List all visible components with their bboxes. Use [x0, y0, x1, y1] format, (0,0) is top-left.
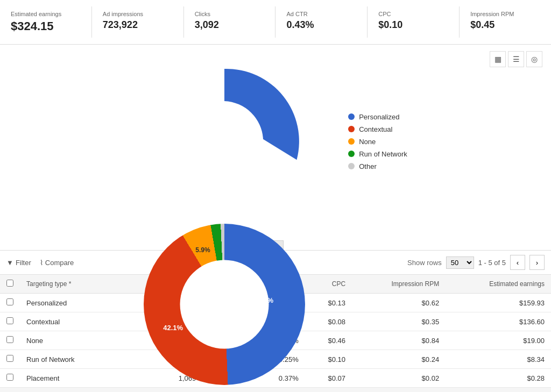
- row-estimated-earnings: $8.34: [446, 350, 551, 369]
- legend-item-none: None: [348, 138, 407, 146]
- chart-label-personalized: 49.3%: [253, 296, 273, 304]
- table-row: Placement 1,069 4 0.37% $0.07 $0.02 $0.2…: [0, 369, 551, 388]
- legend-dot-contextual: [348, 126, 355, 132]
- legend-item-contextual: Contextual: [348, 125, 407, 133]
- filter-label: Filter: [16, 259, 31, 267]
- row-impression-rpm: $0.35: [352, 312, 446, 331]
- chart-toolbar: ▦ ☰ ◎: [490, 51, 542, 67]
- row-targeting-type: None: [20, 331, 115, 350]
- row-estimated-earnings: $0.28: [446, 369, 551, 388]
- metric-value-1: 723,922: [103, 19, 173, 31]
- donut-chart-visual: 49.3% 42.1% 5.9%: [144, 224, 305, 385]
- metric-ad-ctr: Ad CTR 0.43%: [276, 6, 368, 38]
- row-estimated-earnings: $159.93: [446, 294, 551, 312]
- page-info: 1 - 5 of 5: [478, 259, 506, 267]
- row-checkbox-0[interactable]: [6, 298, 13, 305]
- donut-svg: [144, 61, 305, 222]
- filter-button[interactable]: ▼ Filter: [6, 259, 31, 267]
- chart-label-contextual: 42.1%: [163, 324, 183, 332]
- metric-value-2: 3,092: [195, 19, 265, 31]
- row-cpc: $0.10: [305, 350, 352, 369]
- row-targeting-type: Placement: [20, 369, 115, 388]
- compare-label: Compare: [45, 259, 74, 267]
- metric-label-3: Ad CTR: [286, 11, 356, 17]
- legend-dot-run-of-network: [348, 151, 355, 157]
- col-header-targeting-type: Targeting type *: [20, 275, 115, 294]
- row-checkbox-cell[interactable]: [0, 331, 20, 350]
- next-page-button[interactable]: ›: [529, 255, 545, 270]
- row-checkbox-cell[interactable]: [0, 369, 20, 388]
- row-targeting-type: Personalized: [20, 294, 115, 312]
- row-checkbox-2[interactable]: [6, 336, 13, 343]
- legend-dot-other: [348, 163, 355, 169]
- legend-item-run-of-network: Run of Network: [348, 150, 407, 158]
- row-estimated-earnings: $19.00: [446, 331, 551, 350]
- previous-page-button[interactable]: ‹: [510, 255, 525, 270]
- select-all-checkbox[interactable]: [6, 280, 13, 287]
- row-impression-rpm: $0.62: [352, 294, 446, 312]
- compare-icon: ⌇: [40, 259, 43, 267]
- legend-item-other: Other: [348, 162, 407, 170]
- metric-cpc: CPC $0.10: [368, 6, 460, 38]
- legend-label-other: Other: [359, 162, 377, 170]
- row-checkbox-1[interactable]: [6, 317, 13, 324]
- metric-ad-impressions: Ad impressions 723,922: [92, 6, 184, 38]
- legend-dot-personalized: [348, 113, 355, 120]
- chart-area: ▦ ☰ ◎ 49.3% 42.1% 5.9%: [0, 45, 551, 238]
- legend-item-personalized: Personalized: [348, 113, 407, 121]
- legend-label-none: None: [359, 138, 376, 146]
- row-checkbox-cell[interactable]: [0, 294, 20, 312]
- show-rows-label: Show rows: [407, 259, 442, 267]
- legend-label-personalized: Personalized: [359, 113, 399, 121]
- compare-button[interactable]: ⌇ Compare: [40, 259, 74, 267]
- rows-per-page-select[interactable]: 50 25 100: [446, 256, 474, 269]
- metric-label-5: Impression RPM: [470, 11, 540, 17]
- row-cpc: $0.08: [305, 312, 352, 331]
- row-checkbox-3[interactable]: [6, 355, 13, 362]
- row-targeting-type: Run of Network: [20, 350, 115, 369]
- filter-icon: ▼: [6, 259, 13, 267]
- pagination-controls: Show rows 50 25 100 1 - 5 of 5 ‹ ›: [407, 255, 545, 270]
- chart-label-none: 5.9%: [195, 246, 210, 254]
- metric-value-0: $324.15: [11, 19, 81, 33]
- metric-value-3: 0.43%: [286, 19, 356, 31]
- metric-impression-rpm: Impression RPM $0.45: [460, 6, 551, 38]
- metric-label-0: Estimated earnings: [11, 11, 81, 17]
- chart-type-list-button[interactable]: ☰: [508, 51, 524, 67]
- col-header-impression-rpm: Impression RPM: [352, 275, 446, 294]
- metric-label-1: Ad impressions: [103, 11, 173, 17]
- row-checkbox-cell[interactable]: [0, 312, 20, 331]
- chart-type-donut-button[interactable]: ◎: [526, 51, 542, 67]
- metrics-bar: Estimated earnings $324.15 Ad impression…: [0, 0, 551, 45]
- col-header-estimated-earnings: Estimated earnings: [446, 275, 551, 294]
- legend-dot-none: [348, 138, 355, 145]
- chart-type-bar-button[interactable]: ▦: [490, 51, 506, 67]
- row-impression-rpm: $0.84: [352, 331, 446, 350]
- legend-label-contextual: Contextual: [359, 125, 392, 133]
- row-cpc: $0.46: [305, 331, 352, 350]
- row-impression-rpm: $0.02: [352, 369, 446, 388]
- legend-label-run-of-network: Run of Network: [359, 150, 407, 158]
- donut-chart: 49.3% 42.1% 5.9%: [144, 61, 305, 222]
- row-checkbox-cell[interactable]: [0, 350, 20, 369]
- col-header-cpc: CPC: [305, 275, 352, 294]
- row-impression-rpm: $0.24: [352, 350, 446, 369]
- row-cpc: $0.13: [305, 294, 352, 312]
- metric-value-5: $0.45: [470, 19, 540, 31]
- metric-clicks: Clicks 3,092: [184, 6, 276, 38]
- row-checkbox-4[interactable]: [6, 374, 13, 381]
- donut-hole: [180, 260, 269, 349]
- metric-label-4: CPC: [378, 11, 448, 17]
- row-estimated-earnings: $136.60: [446, 312, 551, 331]
- select-all-header[interactable]: [0, 275, 20, 294]
- row-targeting-type: Contextual: [20, 312, 115, 331]
- chart-legend: Personalized Contextual None Run of Netw…: [348, 113, 407, 170]
- metric-label-2: Clicks: [195, 11, 265, 17]
- row-cpc: $0.07: [305, 369, 352, 388]
- metric-value-4: $0.10: [378, 19, 448, 31]
- metric-estimated-earnings: Estimated earnings $324.15: [0, 6, 92, 38]
